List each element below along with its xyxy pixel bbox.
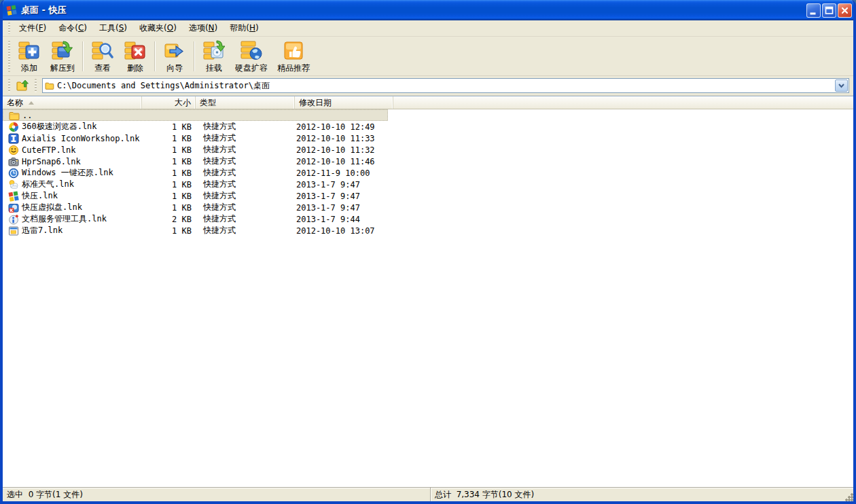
file-name: Windows 一键还原.lnk <box>22 167 113 179</box>
status-bar: 选中 0 字节(1 文件) 总计 7,334 字节(10 文件) <box>3 487 853 501</box>
toolbar-grip[interactable] <box>8 41 10 72</box>
toolbar-separator <box>82 41 84 71</box>
file-size: 1 KB <box>142 167 196 179</box>
file-row[interactable]: 文档服务管理工具.lnk2 KB快捷方式2013-1-7 9:44 <box>3 213 388 225</box>
file-size <box>142 110 196 120</box>
address-bar: C:\Documents and Settings\Administrator\… <box>3 76 853 96</box>
status-selected: 选中 0 字节(1 文件) <box>3 488 431 501</box>
window-title: 桌面 - 快压 <box>21 4 805 16</box>
sort-ascending-icon <box>29 101 34 105</box>
file-size: 1 KB <box>142 179 196 190</box>
file-name: .. <box>22 111 32 120</box>
addressbar-grip-1[interactable] <box>8 79 10 92</box>
file-type: 快捷方式 <box>196 132 295 144</box>
file-modified: 2012-11-9 10:00 <box>295 167 388 179</box>
addressbar-grip-2[interactable] <box>35 79 37 92</box>
list-header: 名称大小类型修改日期 <box>3 96 853 109</box>
file-row[interactable]: CuteFTP.lnk1 KB快捷方式2012-10-10 11:32 <box>3 144 388 156</box>
file-row[interactable]: HprSnap6.lnk1 KB快捷方式2012-10-10 11:46 <box>3 156 388 167</box>
file-modified: 2013-1-7 9:44 <box>295 213 388 225</box>
file-size: 1 KB <box>142 121 196 132</box>
file-row[interactable]: 360极速浏览器.lnk1 KB快捷方式2012-10-10 12:49 <box>3 121 388 132</box>
address-path[interactable]: C:\Documents and Settings\Administrator\… <box>57 80 835 92</box>
menu-item-h[interactable]: 帮助(H) <box>224 20 264 36</box>
address-dropdown-button[interactable] <box>835 79 848 92</box>
file-modified: 2012-10-10 13:07 <box>295 225 388 236</box>
menu-item-c[interactable]: 命令(C) <box>52 20 93 36</box>
file-name: 迅雷7.lnk <box>22 225 63 236</box>
delete-icon <box>124 39 146 61</box>
file-modified: 2012-10-10 11:33 <box>295 132 388 144</box>
column-header-label: 修改日期 <box>299 97 332 109</box>
file-list: ..360极速浏览器.lnk1 KB快捷方式2012-10-10 12:49Ax… <box>3 109 853 487</box>
file-modified: 2012-10-10 11:32 <box>295 144 388 156</box>
toolbar-button-label: 向导 <box>166 62 183 74</box>
app-logo-icon <box>6 5 18 16</box>
menu-item-o[interactable]: 收藏夹(O) <box>133 20 183 36</box>
file-modified <box>295 110 388 120</box>
file-name: 标准天气.lnk <box>22 179 74 190</box>
file-row[interactable]: K快压虚拟盘.lnk1 KB快捷方式2013-1-7 9:47 <box>3 202 388 213</box>
toolbar-button-wizard[interactable]: 向导 <box>158 37 191 76</box>
view-icon <box>92 39 113 61</box>
file-name: 快压虚拟盘.lnk <box>22 202 82 213</box>
file-row[interactable]: .. <box>3 109 388 121</box>
file-type <box>196 110 295 120</box>
menu-item-s[interactable]: 工具(S) <box>93 20 133 36</box>
file-row[interactable]: 迅雷7.lnk1 KB快捷方式2012-10-10 13:07 <box>3 225 388 236</box>
toolbar-button-label: 硬盘扩容 <box>235 62 268 74</box>
address-combobox[interactable]: C:\Documents and Settings\Administrator\… <box>42 78 849 93</box>
file-name: 文档服务管理工具.lnk <box>22 213 107 225</box>
menubar-grip[interactable] <box>8 22 10 33</box>
windows-restore-icon <box>8 168 19 179</box>
file-row[interactable]: Windows 一键还原.lnk1 KB快捷方式2012-11-9 10:00 <box>3 167 388 179</box>
menu-items-container: 文件(F)命令(C)工具(S)收藏夹(O)选项(N)帮助(H) <box>13 20 265 36</box>
file-row[interactable]: 快压.lnk1 KB快捷方式2013-1-7 9:47 <box>3 190 388 202</box>
file-row[interactable]: 标准天气.lnk1 KB快捷方式2013-1-7 9:47 <box>3 179 388 190</box>
column-header-2[interactable]: 类型 <box>196 96 295 109</box>
up-one-level-button[interactable] <box>13 77 32 94</box>
file-name: HprSnap6.lnk <box>22 157 81 166</box>
toolbar-button-recommend[interactable]: 精品推荐 <box>272 37 315 76</box>
close-button[interactable] <box>838 3 852 18</box>
column-header-1[interactable]: 大小 <box>142 96 196 109</box>
file-size: 1 KB <box>142 225 196 236</box>
resize-grip[interactable] <box>844 492 853 501</box>
folder-icon <box>45 81 54 90</box>
file-type: 快捷方式 <box>196 179 295 190</box>
toolbar-button-mount[interactable]: 挂载 <box>198 37 230 76</box>
title-bar[interactable]: 桌面 - 快压 <box>0 0 856 20</box>
toolbar-button-extract-to[interactable]: 解压到 <box>46 37 79 76</box>
weather-icon <box>8 179 19 190</box>
file-size: 1 KB <box>142 190 196 202</box>
file-size: 1 KB <box>142 156 196 167</box>
toolbar-button-label: 精品推荐 <box>277 62 310 74</box>
column-header-3[interactable]: 修改日期 <box>295 96 393 109</box>
recommend-icon <box>283 39 304 61</box>
file-type: 快捷方式 <box>196 156 295 167</box>
maximize-button[interactable] <box>822 3 836 18</box>
column-header-filler <box>393 96 853 109</box>
toolbar-button-add-archive[interactable]: 添加 <box>13 37 46 76</box>
file-modified: 2013-1-7 9:47 <box>295 202 388 213</box>
file-row[interactable]: Axialis IconWorkshop.lnk1 KB快捷方式2012-10-… <box>3 132 388 144</box>
toolbar-button-label: 添加 <box>21 62 37 74</box>
column-header-label: 名称 <box>7 97 23 109</box>
cuteftp-icon <box>8 145 19 156</box>
menu-item-f[interactable]: 文件(F) <box>13 20 52 36</box>
toolbar-button-view[interactable]: 查看 <box>86 37 119 76</box>
toolbar-button-label: 删除 <box>127 62 143 74</box>
menu-item-n[interactable]: 选项(N) <box>183 20 224 36</box>
column-header-0[interactable]: 名称 <box>3 96 142 109</box>
file-modified: 2013-1-7 9:47 <box>295 190 388 202</box>
toolbar-button-delete[interactable]: 删除 <box>119 37 151 76</box>
add-archive-icon <box>18 39 40 61</box>
folder-icon <box>9 110 20 120</box>
minimize-button[interactable] <box>806 3 821 18</box>
file-list-panel: 名称大小类型修改日期 ..360极速浏览器.lnk1 KB快捷方式2012-10… <box>3 96 853 487</box>
file-modified: 2013-1-7 9:47 <box>295 179 388 190</box>
file-type: 快捷方式 <box>196 225 295 236</box>
xunlei-icon <box>8 226 19 236</box>
toolbar-button-disk-expand[interactable]: 硬盘扩容 <box>230 37 272 76</box>
file-name: 360极速浏览器.lnk <box>22 121 97 132</box>
